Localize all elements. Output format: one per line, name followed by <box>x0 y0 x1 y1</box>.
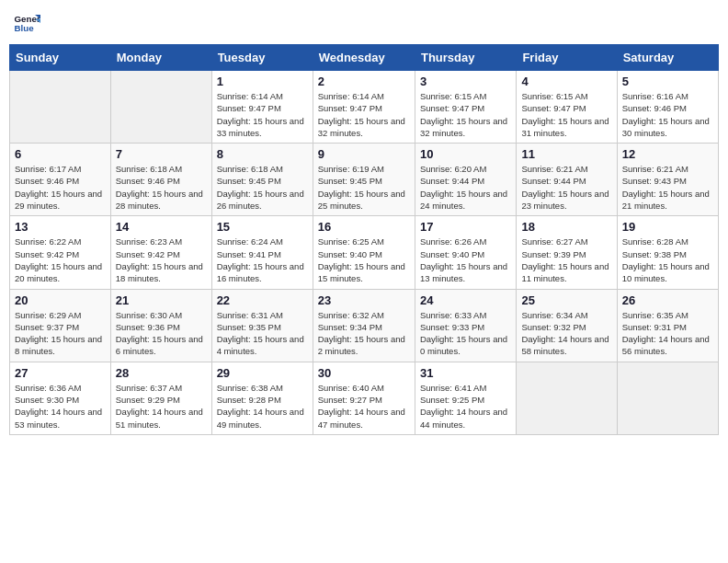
day-number: 29 <box>217 366 308 380</box>
day-number: 11 <box>521 147 611 161</box>
calendar-week-row: 6Sunrise: 6:17 AMSunset: 9:46 PMDaylight… <box>10 144 719 216</box>
calendar-table: SundayMondayTuesdayWednesdayThursdayFrid… <box>9 44 719 435</box>
day-number: 23 <box>318 293 410 307</box>
calendar-cell: 18Sunrise: 6:27 AMSunset: 9:39 PMDayligh… <box>517 216 617 289</box>
day-info: Sunrise: 6:20 AMSunset: 9:44 PMDaylight:… <box>420 163 511 212</box>
day-info: Sunrise: 6:21 AMSunset: 9:44 PMDaylight:… <box>521 163 611 212</box>
day-number: 14 <box>116 220 207 234</box>
day-info: Sunrise: 6:29 AMSunset: 9:37 PMDaylight:… <box>15 309 106 358</box>
day-info: Sunrise: 6:33 AMSunset: 9:33 PMDaylight:… <box>420 309 511 358</box>
day-number: 21 <box>116 293 207 307</box>
col-header-thursday: Thursday <box>415 45 516 71</box>
day-number: 15 <box>217 220 308 234</box>
calendar-cell: 22Sunrise: 6:31 AMSunset: 9:35 PMDayligh… <box>211 289 313 362</box>
calendar-cell: 27Sunrise: 6:36 AMSunset: 9:30 PMDayligh… <box>10 362 111 434</box>
day-number: 13 <box>15 220 106 234</box>
logo: General Blue <box>13 9 44 37</box>
calendar-cell: 8Sunrise: 6:18 AMSunset: 9:45 PMDaylight… <box>211 144 313 216</box>
day-info: Sunrise: 6:21 AMSunset: 9:43 PMDaylight:… <box>622 163 713 212</box>
day-number: 7 <box>116 147 207 161</box>
calendar-cell: 25Sunrise: 6:34 AMSunset: 9:32 PMDayligh… <box>517 289 617 362</box>
calendar-cell: 29Sunrise: 6:38 AMSunset: 9:28 PMDayligh… <box>211 362 313 434</box>
day-number: 4 <box>521 75 611 88</box>
calendar-week-row: 20Sunrise: 6:29 AMSunset: 9:37 PMDayligh… <box>10 289 719 362</box>
calendar-cell: 7Sunrise: 6:18 AMSunset: 9:46 PMDaylight… <box>110 144 211 216</box>
day-info: Sunrise: 6:28 AMSunset: 9:38 PMDaylight:… <box>622 236 713 284</box>
calendar-cell: 17Sunrise: 6:26 AMSunset: 9:40 PMDayligh… <box>415 216 516 289</box>
calendar-cell: 15Sunrise: 6:24 AMSunset: 9:41 PMDayligh… <box>211 216 313 289</box>
day-number: 3 <box>420 75 511 88</box>
calendar-cell: 13Sunrise: 6:22 AMSunset: 9:42 PMDayligh… <box>10 216 111 289</box>
day-number: 17 <box>420 220 511 234</box>
day-number: 19 <box>622 220 713 234</box>
calendar-cell: 14Sunrise: 6:23 AMSunset: 9:42 PMDayligh… <box>110 216 211 289</box>
day-number: 31 <box>420 366 511 380</box>
day-number: 30 <box>318 366 410 380</box>
col-header-monday: Monday <box>110 45 211 71</box>
calendar-cell: 9Sunrise: 6:19 AMSunset: 9:45 PMDaylight… <box>313 144 415 216</box>
calendar-header-row: SundayMondayTuesdayWednesdayThursdayFrid… <box>10 45 719 71</box>
day-info: Sunrise: 6:19 AMSunset: 9:45 PMDaylight:… <box>318 163 410 212</box>
day-info: Sunrise: 6:24 AMSunset: 9:41 PMDaylight:… <box>217 236 308 284</box>
day-number: 25 <box>521 293 611 307</box>
calendar-cell: 2Sunrise: 6:14 AMSunset: 9:47 PMDaylight… <box>313 71 415 144</box>
logo-icon: General Blue <box>13 9 40 37</box>
calendar-cell: 21Sunrise: 6:30 AMSunset: 9:36 PMDayligh… <box>110 289 211 362</box>
page-header: General Blue <box>9 9 719 37</box>
day-info: Sunrise: 6:14 AMSunset: 9:47 PMDaylight:… <box>217 90 308 139</box>
day-info: Sunrise: 6:15 AMSunset: 9:47 PMDaylight:… <box>420 90 511 139</box>
calendar-cell: 12Sunrise: 6:21 AMSunset: 9:43 PMDayligh… <box>617 144 718 216</box>
calendar-week-row: 27Sunrise: 6:36 AMSunset: 9:30 PMDayligh… <box>10 362 719 434</box>
day-number: 5 <box>622 75 713 88</box>
day-info: Sunrise: 6:14 AMSunset: 9:47 PMDaylight:… <box>318 90 410 139</box>
calendar-cell: 23Sunrise: 6:32 AMSunset: 9:34 PMDayligh… <box>313 289 415 362</box>
day-number: 24 <box>420 293 511 307</box>
calendar-cell: 3Sunrise: 6:15 AMSunset: 9:47 PMDaylight… <box>415 71 516 144</box>
calendar-week-row: 13Sunrise: 6:22 AMSunset: 9:42 PMDayligh… <box>10 216 719 289</box>
calendar-cell: 31Sunrise: 6:41 AMSunset: 9:25 PMDayligh… <box>415 362 516 434</box>
calendar-cell: 20Sunrise: 6:29 AMSunset: 9:37 PMDayligh… <box>10 289 111 362</box>
calendar-cell <box>617 362 718 434</box>
day-number: 8 <box>217 147 308 161</box>
calendar-cell: 6Sunrise: 6:17 AMSunset: 9:46 PMDaylight… <box>10 144 111 216</box>
day-info: Sunrise: 6:36 AMSunset: 9:30 PMDaylight:… <box>15 382 106 431</box>
day-number: 27 <box>15 366 106 380</box>
day-info: Sunrise: 6:22 AMSunset: 9:42 PMDaylight:… <box>15 236 106 284</box>
day-info: Sunrise: 6:26 AMSunset: 9:40 PMDaylight:… <box>420 236 511 284</box>
calendar-cell: 16Sunrise: 6:25 AMSunset: 9:40 PMDayligh… <box>313 216 415 289</box>
day-number: 9 <box>318 147 410 161</box>
day-info: Sunrise: 6:17 AMSunset: 9:46 PMDaylight:… <box>15 163 106 212</box>
day-info: Sunrise: 6:15 AMSunset: 9:47 PMDaylight:… <box>521 90 611 139</box>
col-header-friday: Friday <box>517 45 617 71</box>
calendar-cell: 26Sunrise: 6:35 AMSunset: 9:31 PMDayligh… <box>617 289 718 362</box>
day-number: 12 <box>622 147 713 161</box>
day-info: Sunrise: 6:31 AMSunset: 9:35 PMDaylight:… <box>217 309 308 358</box>
day-number: 28 <box>116 366 207 380</box>
day-info: Sunrise: 6:18 AMSunset: 9:46 PMDaylight:… <box>116 163 207 212</box>
col-header-wednesday: Wednesday <box>313 45 415 71</box>
day-info: Sunrise: 6:16 AMSunset: 9:46 PMDaylight:… <box>622 90 713 139</box>
day-info: Sunrise: 6:37 AMSunset: 9:29 PMDaylight:… <box>116 382 207 431</box>
day-info: Sunrise: 6:35 AMSunset: 9:31 PMDaylight:… <box>622 309 713 358</box>
day-info: Sunrise: 6:18 AMSunset: 9:45 PMDaylight:… <box>217 163 308 212</box>
day-number: 6 <box>15 147 106 161</box>
calendar-cell: 24Sunrise: 6:33 AMSunset: 9:33 PMDayligh… <box>415 289 516 362</box>
day-number: 22 <box>217 293 308 307</box>
day-info: Sunrise: 6:38 AMSunset: 9:28 PMDaylight:… <box>217 382 308 431</box>
calendar-cell: 1Sunrise: 6:14 AMSunset: 9:47 PMDaylight… <box>211 71 313 144</box>
calendar-cell: 4Sunrise: 6:15 AMSunset: 9:47 PMDaylight… <box>517 71 617 144</box>
day-number: 10 <box>420 147 511 161</box>
calendar-cell: 30Sunrise: 6:40 AMSunset: 9:27 PMDayligh… <box>313 362 415 434</box>
calendar-cell: 10Sunrise: 6:20 AMSunset: 9:44 PMDayligh… <box>415 144 516 216</box>
calendar-cell: 28Sunrise: 6:37 AMSunset: 9:29 PMDayligh… <box>110 362 211 434</box>
calendar-cell <box>10 71 111 144</box>
day-number: 18 <box>521 220 611 234</box>
day-info: Sunrise: 6:41 AMSunset: 9:25 PMDaylight:… <box>420 382 511 431</box>
day-number: 20 <box>15 293 106 307</box>
svg-text:Blue: Blue <box>15 23 35 33</box>
day-info: Sunrise: 6:27 AMSunset: 9:39 PMDaylight:… <box>521 236 611 284</box>
day-info: Sunrise: 6:30 AMSunset: 9:36 PMDaylight:… <box>116 309 207 358</box>
day-info: Sunrise: 6:25 AMSunset: 9:40 PMDaylight:… <box>318 236 410 284</box>
calendar-cell <box>110 71 211 144</box>
day-number: 2 <box>318 75 410 88</box>
